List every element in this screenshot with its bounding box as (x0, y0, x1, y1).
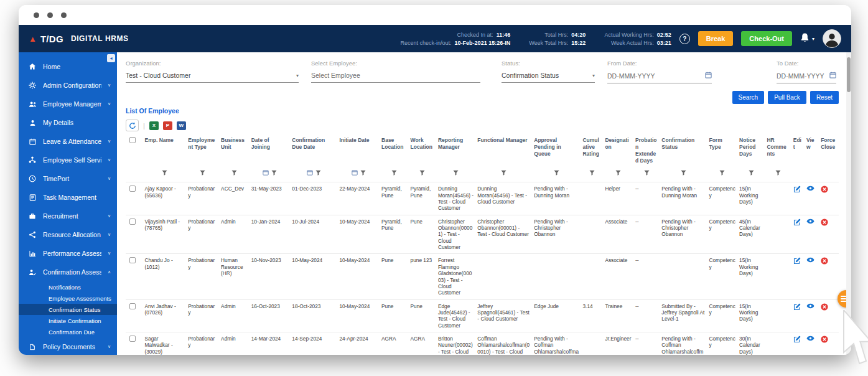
column-header-cumulative-rating[interactable]: Cumulative Rating (581, 134, 603, 166)
column-header-view[interactable]: View (805, 134, 819, 166)
force-close-icon[interactable] (821, 303, 828, 312)
column-header-business-unit[interactable]: Business Unit (219, 134, 250, 166)
refresh-icon[interactable] (126, 120, 139, 131)
row-checkbox[interactable] (129, 219, 136, 225)
window-control-dot[interactable] (34, 12, 39, 18)
row-checkbox[interactable] (129, 303, 136, 309)
user-avatar[interactable] (823, 29, 841, 48)
column-header-initiate-date[interactable]: Initiate Date (337, 134, 380, 166)
reset-button[interactable]: Reset (810, 91, 839, 104)
filter-icon[interactable] (554, 167, 559, 178)
filter-icon[interactable] (589, 167, 595, 178)
column-header-confirmation-due-date[interactable]: Confirmation Due Date (290, 134, 337, 166)
filter-icon[interactable] (162, 167, 167, 178)
calendar-icon[interactable] (263, 167, 269, 178)
word-export-icon[interactable]: W (177, 121, 186, 130)
edit-icon[interactable] (793, 336, 801, 344)
filter-icon[interactable] (749, 167, 754, 178)
filter-icon[interactable] (615, 167, 621, 178)
edit-icon[interactable] (793, 186, 801, 194)
sidebar-item-timeport[interactable]: TimePort∨ (19, 169, 117, 188)
column-header-base-location[interactable]: Base Location (380, 134, 409, 166)
view-icon[interactable] (806, 303, 814, 310)
select-all-checkbox[interactable] (129, 137, 136, 143)
force-close-icon[interactable] (821, 219, 828, 227)
view-icon[interactable] (806, 336, 814, 342)
filter-icon[interactable] (719, 167, 725, 178)
sidebar-item-employee-management[interactable]: Employee Management∨ (19, 95, 117, 113)
notifications-bell[interactable]: ▾ (800, 32, 814, 45)
row-checkbox[interactable] (129, 186, 136, 192)
sidebar-subitem-initiate-confirmation[interactable]: Initiate Confirmation (19, 315, 117, 326)
excel-export-icon[interactable]: X (149, 121, 159, 130)
filter-icon[interactable] (315, 167, 321, 178)
pdf-export-icon[interactable]: P (163, 121, 172, 130)
column-header-emp-name[interactable]: Emp. Name (142, 134, 186, 166)
filter-icon[interactable] (419, 167, 425, 178)
status-select[interactable]: Confirmation Status ▾ (502, 72, 595, 83)
employee-input[interactable] (311, 72, 480, 79)
column-header-approval-pending-in-queue[interactable]: Approval Pending in Queue (532, 134, 581, 166)
filter-icon[interactable] (231, 167, 237, 178)
filter-icon[interactable] (360, 167, 366, 178)
calendar-icon[interactable] (307, 167, 313, 178)
sidebar-item-my-details[interactable]: My Details (19, 113, 117, 132)
edit-icon[interactable] (793, 257, 801, 266)
window-control-dot[interactable] (47, 12, 53, 18)
column-header-hr-comments[interactable]: HR Comments (765, 134, 791, 166)
force-close-icon[interactable] (821, 186, 828, 194)
column-header-work-location[interactable]: Work Location (409, 134, 436, 166)
filter-icon[interactable] (200, 167, 205, 178)
window-control-dot[interactable] (61, 12, 67, 18)
column-header-probation-extended-days[interactable]: Probation Extended Days (633, 134, 660, 166)
filter-icon[interactable] (271, 167, 277, 178)
row-checkbox[interactable] (129, 336, 136, 342)
break-button[interactable]: Break (698, 31, 734, 46)
column-header-designation[interactable]: Designation (603, 134, 633, 166)
calendar-icon[interactable] (705, 72, 712, 80)
scrollbar-thumb[interactable] (847, 57, 851, 92)
sidebar-item-leave-attendance[interactable]: Leave & Attendance∨ (19, 132, 117, 151)
organization-select[interactable]: Test - Cloud Customer ▾ (126, 72, 299, 83)
sidebar-subitem-employee-assessments[interactable]: Employee Assessments (19, 293, 117, 304)
sidebar-subitem-notifications[interactable]: Notifications (19, 281, 117, 293)
calendar-icon[interactable] (829, 72, 836, 80)
filter-icon[interactable] (501, 167, 506, 178)
column-header-employment-type[interactable]: Employment Type (186, 134, 219, 166)
sidebar-subitem-confirmation-status[interactable]: Confirmation Status (19, 304, 117, 315)
edit-icon[interactable] (793, 219, 801, 227)
column-header-force-close[interactable]: Force Close (819, 134, 839, 166)
floating-action-button[interactable] (838, 290, 846, 308)
row-checkbox[interactable] (129, 257, 136, 263)
to-date-input[interactable] (777, 72, 826, 80)
sidebar-item-performance-assessment[interactable]: Performance Assessment∨ (19, 244, 117, 263)
column-header-notice-period-days[interactable]: Notice Period Days (737, 134, 765, 166)
column-header-functional-manager[interactable]: Functional Manager (475, 134, 532, 166)
column-header-form-type[interactable]: Form Type (707, 134, 737, 166)
from-date-input[interactable] (607, 72, 701, 80)
view-icon[interactable] (806, 186, 814, 192)
column-header-edit[interactable]: Edit (791, 134, 805, 166)
view-icon[interactable] (806, 257, 814, 264)
sidebar-item-home[interactable]: Home (19, 57, 117, 76)
sidebar-item-task-management[interactable]: Task Management (19, 188, 117, 207)
sidebar-item-admin-configuration[interactable]: Admin Configuration∨ (19, 76, 117, 95)
help-icon[interactable]: ? (679, 34, 690, 44)
checkout-button[interactable]: Check-Out (741, 31, 792, 46)
force-close-icon[interactable] (821, 257, 828, 266)
view-icon[interactable] (806, 219, 814, 225)
filter-icon[interactable] (644, 167, 650, 178)
search-button[interactable]: Search (732, 91, 765, 104)
sidebar-item-recruitment[interactable]: Recruitment∨ (19, 207, 117, 225)
column-header-date-of-joining[interactable]: Date of Joining (250, 134, 291, 166)
edit-icon[interactable] (793, 303, 801, 312)
filter-icon[interactable] (391, 167, 397, 178)
sidebar-item-confirmation-assessment[interactable]: Confirmation Assessment∧ (19, 263, 117, 281)
calendar-icon[interactable] (352, 167, 358, 178)
sidebar-item-resource-allocation[interactable]: Resource Allocation∨ (19, 225, 117, 244)
column-header-confirmation-status[interactable]: Confirmation Status (660, 134, 707, 166)
filter-icon[interactable] (453, 167, 459, 178)
collapse-sidebar-button[interactable]: ◂ (107, 54, 115, 62)
sidebar-item-policy-documents[interactable]: Policy Documents∨ (19, 337, 117, 355)
column-header-reporting-manager[interactable]: Reporting Manager (436, 134, 475, 166)
